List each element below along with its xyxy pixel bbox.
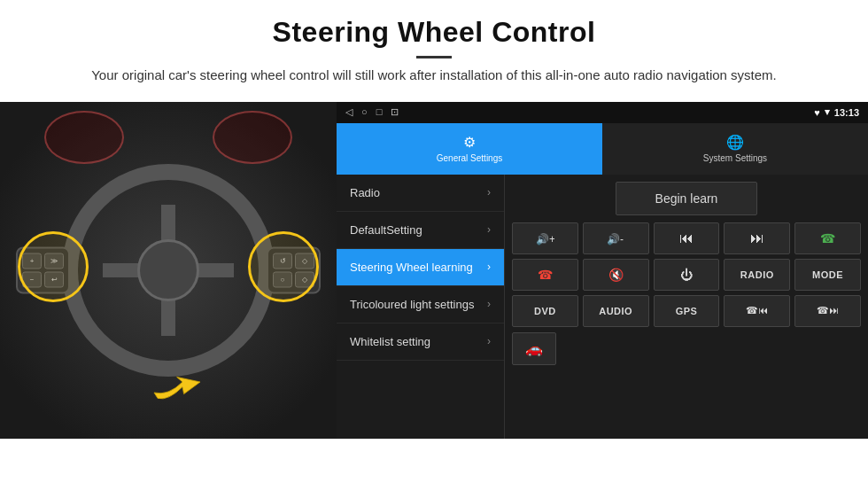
menu-item-default-label: DefaultSetting (350, 223, 487, 237)
radio-button[interactable]: RADIO (724, 259, 790, 291)
menu-item-tricoloured-label: Tricoloured light settings (350, 298, 487, 311)
phone-prev-button[interactable]: ☎⏮ (724, 295, 790, 327)
steering-wheel-ring (62, 164, 275, 377)
header-divider (416, 56, 452, 58)
system-settings-icon: 🌐 (726, 134, 744, 151)
svg-text:🔊+: 🔊+ (536, 232, 554, 245)
next-track-button[interactable]: ⏭ (724, 222, 790, 254)
vol-up-button[interactable]: 🔊+ (512, 222, 578, 254)
phone-next-button[interactable]: ☎⏭ (794, 295, 861, 327)
android-screen: ◁ ○ □ ⊡ ♥ ▾ 13:13 ⚙ General Settings 🌐 S… (337, 102, 868, 439)
steering-wheel-panel: Begin learn 🔊+ 🔊- ⏮ ⏭ ☎ ☎ 🔇 ⏻ (505, 175, 868, 439)
phone-end-button[interactable]: ☎ (512, 259, 578, 291)
status-bar: ◁ ○ □ ⊡ ♥ ▾ 13:13 (337, 102, 868, 123)
recents-icon: □ (376, 106, 383, 118)
status-bar-right: ♥ ▾ 13:13 (814, 106, 859, 118)
control-buttons-grid: 🔊+ 🔊- ⏮ ⏭ ☎ ☎ 🔇 ⏻ RADIO MODE DVD (512, 222, 861, 327)
sw-center-hub (137, 239, 199, 301)
general-settings-icon: ⚙ (463, 134, 476, 151)
mode-button[interactable]: MODE (794, 259, 861, 291)
tab-general[interactable]: ⚙ General Settings (337, 123, 602, 175)
menu-item-default[interactable]: DefaultSetting › (337, 212, 504, 249)
sw-background: + ≫ − ↩ ↺ ◇ ○ ◇ (0, 102, 337, 439)
tab-system-label: System Settings (703, 153, 767, 163)
menu-item-steering-label: Steering Wheel learning (350, 261, 487, 274)
begin-learn-row: Begin learn (512, 182, 861, 215)
power-button[interactable]: ⏻ (654, 259, 720, 291)
audio-button[interactable]: AUDIO (583, 295, 649, 327)
vol-down-button[interactable]: 🔊- (583, 222, 649, 254)
steering-wheel-image: + ≫ − ↩ ↺ ◇ ○ ◇ (0, 102, 337, 439)
bottom-buttons-row: 🚗 (512, 332, 861, 365)
chevron-icon-whitelist: › (487, 335, 491, 347)
settings-content: Radio › DefaultSetting › Steering Wheel … (337, 175, 868, 439)
menu-item-radio-label: Radio (350, 186, 487, 199)
page-title: Steering Wheel Control (53, 16, 815, 49)
header-description: Your original car's steering wheel contr… (89, 66, 779, 86)
menu-item-steering[interactable]: Steering Wheel learning › (337, 249, 504, 286)
dash-gauge-right (213, 111, 292, 164)
gps-button[interactable]: GPS (654, 295, 720, 327)
settings-tabs: ⚙ General Settings 🌐 System Settings (337, 123, 868, 175)
page-header: Steering Wheel Control Your original car… (0, 0, 868, 95)
back-icon: ◁ (345, 106, 353, 118)
highlight-circle-left (18, 231, 89, 302)
status-bar-nav-icons: ◁ ○ □ ⊡ (345, 106, 399, 118)
car-settings-button[interactable]: 🚗 (512, 332, 556, 365)
mute-button[interactable]: 🔇 (583, 259, 649, 291)
chevron-icon-default: › (487, 223, 491, 236)
dvd-button[interactable]: DVD (512, 295, 578, 327)
tab-system[interactable]: 🌐 System Settings (602, 123, 868, 175)
wifi-icon: ▾ (825, 106, 830, 118)
phone-answer-button[interactable]: ☎ (794, 222, 861, 254)
menu-item-whitelist-label: Whitelist setting (350, 335, 487, 348)
chevron-icon-steering: › (487, 261, 491, 273)
svg-text:🔊-: 🔊- (607, 232, 624, 245)
begin-learn-button[interactable]: Begin learn (616, 182, 757, 215)
menu-item-radio[interactable]: Radio › (337, 175, 504, 212)
menu-icon: ⊡ (391, 106, 399, 118)
menu-item-whitelist[interactable]: Whitelist setting › (337, 323, 504, 361)
highlight-circle-right (248, 231, 319, 302)
dash-gauge-left (44, 111, 124, 164)
prev-track-button[interactable]: ⏮ (654, 222, 720, 254)
menu-item-tricoloured[interactable]: Tricoloured light settings › (337, 286, 504, 323)
chevron-icon-radio: › (487, 186, 491, 199)
tab-general-label: General Settings (437, 153, 503, 163)
main-content: + ≫ − ↩ ↺ ◇ ○ ◇ (0, 102, 868, 439)
settings-menu: Radio › DefaultSetting › Steering Wheel … (337, 175, 505, 439)
arrow-indicator (147, 355, 218, 412)
location-icon: ♥ (814, 107, 820, 118)
chevron-icon-tricoloured: › (487, 298, 491, 310)
status-time: 13:13 (834, 107, 859, 118)
home-icon: ○ (361, 106, 368, 118)
